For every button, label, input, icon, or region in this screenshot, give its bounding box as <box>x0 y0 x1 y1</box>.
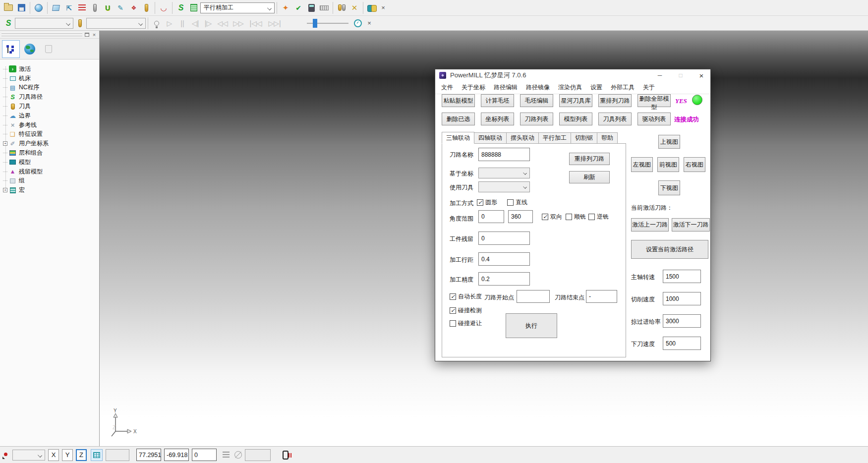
refresh-button[interactable]: 刷新 <box>569 171 610 183</box>
bidirectional-checkbox[interactable]: ✓双向 <box>542 213 562 221</box>
coord-list-button[interactable]: 坐标列表 <box>481 113 514 125</box>
save-icon[interactable] <box>15 1 28 14</box>
coordinate-z-field[interactable]: 0 <box>192 449 217 461</box>
tool-pair-icon[interactable] <box>335 1 348 14</box>
world-tab[interactable] <box>21 40 39 58</box>
activate-prev-button[interactable]: 激活上一刀路 <box>631 218 669 232</box>
menu-path-edit[interactable]: 路径编辑 <box>494 83 518 92</box>
toolpath-list-icon[interactable] <box>187 1 200 14</box>
climb-checkbox[interactable]: 顺铣 <box>566 213 586 221</box>
expand-icon[interactable]: + <box>3 188 7 192</box>
tree-item-macros[interactable]: +宏 <box>0 185 99 195</box>
grid-snap-button[interactable] <box>91 449 103 461</box>
create-tool-icon[interactable] <box>88 1 101 14</box>
line-checkbox[interactable]: 直线 <box>507 198 527 207</box>
stepover-input[interactable] <box>478 252 530 266</box>
toolpath-list-button[interactable]: 刀路列表 <box>520 113 553 125</box>
pause-icon[interactable]: || <box>176 17 189 30</box>
tree-item-stock-models[interactable]: ▲残留模型 <box>0 167 99 176</box>
lightbulb-icon[interactable] <box>150 17 163 30</box>
angle-from-input[interactable] <box>478 210 504 223</box>
view-bottom-button[interactable]: 下视图 <box>658 180 680 195</box>
feed-rate-icon[interactable]: ◡ <box>157 1 170 14</box>
step-back-icon[interactable]: ◁| <box>189 17 202 30</box>
tolerance-input[interactable] <box>478 272 530 286</box>
tree-item-activate[interactable]: ›激活 <box>0 64 99 74</box>
speed-slider[interactable] <box>307 18 348 28</box>
menu-external-tools[interactable]: 外部工具 <box>611 83 635 92</box>
drive-list-button[interactable]: 驱动列表 <box>637 113 671 125</box>
step-forward-icon[interactable]: |▷ <box>202 17 215 30</box>
fast-forward-icon[interactable]: ▷▷ <box>231 17 246 30</box>
tab-saw[interactable]: 切割锯 <box>571 132 597 144</box>
view-right-button[interactable]: 右视图 <box>684 157 705 172</box>
collision-check-checkbox[interactable]: ✓碰撞检测 <box>450 306 482 315</box>
circle-checkbox[interactable]: ✓圆形 <box>477 198 497 207</box>
tab-parallel[interactable]: 平行加工 <box>539 132 571 144</box>
explorer-grip[interactable]: × <box>0 31 99 39</box>
menu-about[interactable]: 关于 <box>643 83 655 92</box>
menu-coords[interactable]: 关于坐标 <box>462 83 485 92</box>
tree-item-models[interactable]: 模型 <box>0 158 99 167</box>
toolbox-icon[interactable]: ✦ <box>279 1 292 14</box>
view-front-button[interactable]: 前视图 <box>657 157 679 172</box>
menu-file[interactable]: 文件 <box>441 83 453 92</box>
compare-icon[interactable] <box>365 1 378 14</box>
tree-item-levels-sets[interactable]: 层和组合 <box>0 148 99 158</box>
expand-icon[interactable]: + <box>3 141 7 146</box>
play-icon[interactable]: ▷ <box>163 17 176 30</box>
tool-list-button[interactable]: 刀具列表 <box>598 113 632 125</box>
go-end-icon[interactable]: ▷▷| <box>265 17 284 30</box>
rapid-feed-input[interactable] <box>663 314 701 328</box>
calculator-icon[interactable] <box>305 1 318 14</box>
auto-length-checkbox[interactable]: ✓自动长度 <box>450 292 482 301</box>
toolpath-strategy-combo[interactable]: 平行精加工 <box>200 2 275 13</box>
tree-item-tools[interactable]: 刀具 <box>0 102 99 111</box>
coordinate-x-field[interactable]: 77.2951 <box>136 449 161 461</box>
execute-button[interactable]: 执行 <box>506 313 557 338</box>
tree-item-reference-lines[interactable]: ⨯参考线 <box>0 120 99 130</box>
reorder-toolpaths-button[interactable]: 重排列刀路 <box>598 94 632 107</box>
tree-item-feature-sets[interactable]: ❑特征设置 <box>0 130 99 139</box>
tool-block-icon[interactable] <box>140 1 153 14</box>
close-button[interactable]: × <box>693 69 710 81</box>
record-flyout-icon[interactable] <box>2 451 10 459</box>
sim-toolpath-combo[interactable] <box>15 18 73 29</box>
tree-item-workplanes[interactable]: +✐用户坐标系 <box>0 139 99 148</box>
plunge-speed-input[interactable] <box>663 337 701 350</box>
toolpath-name-input[interactable] <box>478 148 530 161</box>
coordinate-y-field[interactable]: -69.918 <box>164 449 189 461</box>
tool-library-button[interactable]: 星河刀具库 <box>559 94 592 107</box>
menu-settings[interactable]: 设置 <box>590 83 602 92</box>
tree-item-machine[interactable]: 机床 <box>0 74 99 83</box>
go-start-icon[interactable]: |◁◁ <box>246 17 265 30</box>
activate-next-button[interactable]: 激活下一刀路 <box>672 218 710 232</box>
dialog-titlebar[interactable]: PowerMILL 忆梦星河 7.0.6 ─ □ × <box>435 69 710 81</box>
minimize-button[interactable]: ─ <box>651 69 668 81</box>
rewind-icon[interactable]: ◁◁ <box>215 17 231 30</box>
menu-render-sim[interactable]: 渲染仿真 <box>558 83 582 92</box>
sim-tool-combo[interactable] <box>86 18 146 29</box>
model-list-button[interactable]: 模型列表 <box>559 113 592 125</box>
measure-icon[interactable] <box>318 1 331 14</box>
tree-item-nc-programs[interactable]: ▤NC程序 <box>0 83 99 93</box>
tree-item-toolpaths[interactable]: S刀具路径 <box>0 92 99 102</box>
axis-z-button[interactable]: Z <box>76 449 87 461</box>
toolpath-icon[interactable]: S <box>2 17 15 30</box>
tree-item-boundaries[interactable]: ☁边界 <box>0 111 99 120</box>
paste-new-model-button[interactable]: 粘贴新模型 <box>442 94 475 107</box>
based-coord-combo[interactable] <box>478 168 530 178</box>
axis-x-button[interactable]: X <box>48 449 59 461</box>
delete-all-models-button[interactable]: 删除全部模型 <box>637 94 671 107</box>
stock-remain-input[interactable] <box>478 232 530 245</box>
verify-icon[interactable]: ✔ <box>292 1 305 14</box>
tab-3axis[interactable]: 三轴联动 <box>442 132 474 144</box>
use-tool-combo[interactable] <box>478 181 530 192</box>
spindle-speed-input[interactable] <box>663 270 701 283</box>
delete-selected-button[interactable]: 删除已选 <box>442 113 475 125</box>
pattern-icon[interactable]: ❖ <box>127 1 140 14</box>
tab-4axis[interactable]: 四轴联动 <box>474 132 507 144</box>
maximize-button[interactable]: □ <box>672 69 689 81</box>
view-left-button[interactable]: 左视图 <box>631 157 653 172</box>
calc-stock-button[interactable]: 计算毛坯 <box>481 94 514 107</box>
